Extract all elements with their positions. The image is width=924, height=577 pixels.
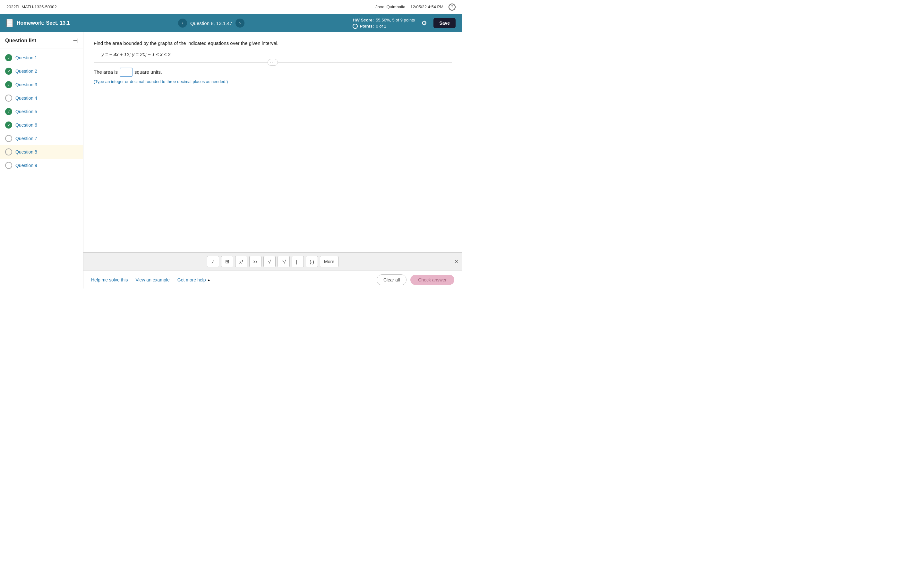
- question-label: Question 8, 13.1.47: [190, 21, 232, 26]
- check-icon: ✓: [5, 121, 12, 129]
- superscript-toolbar-button[interactable]: x²: [235, 256, 247, 268]
- check-answer-button[interactable]: Check answer: [410, 275, 454, 285]
- question-label-1: Question 1: [15, 55, 37, 60]
- circle-icon: [5, 162, 12, 169]
- question-label-7: Question 7: [15, 136, 37, 141]
- subscript-toolbar-button[interactable]: x₂: [249, 256, 262, 268]
- parentheses-toolbar-button[interactable]: (·): [306, 256, 318, 268]
- circle-icon: [5, 135, 12, 142]
- caret-icon: ▲: [207, 278, 210, 282]
- get-more-help-link[interactable]: Get more help: [178, 277, 206, 282]
- question-list-item-6[interactable]: ✓Question 6: [0, 118, 83, 132]
- points-label: Points:: [360, 23, 374, 29]
- question-list-item-5[interactable]: ✓Question 5: [0, 105, 83, 118]
- question-instruction: Find the area bounded by the graphs of t…: [94, 40, 452, 47]
- answer-hint: (Type an integer or decimal rounded to t…: [94, 79, 452, 84]
- check-icon: ✓: [5, 108, 12, 115]
- question-equation: y = − 4x + 12; y = 20; − 1 ≤ x ≤ 2: [102, 52, 452, 57]
- close-toolbar-button[interactable]: ×: [455, 258, 458, 265]
- save-button[interactable]: Save: [433, 18, 456, 28]
- question-label-6: Question 6: [15, 122, 37, 127]
- help-me-solve-link[interactable]: Help me solve this: [91, 277, 128, 282]
- section-label: Sect. 13.1: [46, 20, 70, 26]
- question-label-8: Question 8: [15, 149, 37, 155]
- question-label-5: Question 5: [15, 109, 37, 114]
- hw-score-row: HW Score: 55.56%, 5 of 9 points: [352, 17, 415, 23]
- clear-all-button[interactable]: Clear all: [376, 274, 407, 285]
- divider-dots: · · ·: [268, 59, 278, 66]
- settings-button[interactable]: ⚙: [421, 19, 427, 27]
- question-list-item-3[interactable]: ✓Question 3: [0, 78, 83, 91]
- circle-icon: [5, 148, 12, 155]
- nth-root-toolbar-button[interactable]: ⁿ√: [278, 256, 290, 268]
- question-list-item-8[interactable]: Question 8: [0, 145, 83, 159]
- question-label-2: Question 2: [15, 69, 37, 74]
- question-label-3: Question 3: [15, 82, 37, 87]
- points-row: Points: 0 of 1: [352, 23, 415, 29]
- circle-icon: [5, 95, 12, 102]
- header-nav: ☰ Homework: Sect. 13.1 ‹ Question 8, 13.…: [0, 14, 462, 32]
- question-list-item-1[interactable]: ✓Question 1: [0, 51, 83, 64]
- username: Jhoel Quimbaila: [375, 5, 405, 9]
- header-left: ☰ Homework: Sect. 13.1: [6, 19, 69, 27]
- top-bar: 2022FL MATH-1325-50002 Jhoel Quimbaila 1…: [0, 0, 462, 14]
- view-example-link[interactable]: View an example: [136, 277, 170, 282]
- check-icon: ✓: [5, 81, 12, 88]
- prev-question-button[interactable]: ‹: [178, 19, 187, 27]
- fraction-toolbar-button[interactable]: ⁄: [207, 256, 219, 268]
- bottom-left: Help me solve this View an example Get m…: [91, 277, 210, 282]
- bottom-right: Clear all Check answer: [376, 274, 454, 285]
- content-area: Find the area bounded by the graphs of t…: [83, 32, 462, 288]
- sidebar-header: Question list ⊣: [0, 32, 83, 48]
- question-label-4: Question 4: [15, 95, 37, 101]
- sidebar-title: Question list: [5, 38, 36, 44]
- hw-score-value: 55.56%, 5 of 9 points: [376, 17, 415, 23]
- answer-row: The area is square units.: [94, 68, 452, 77]
- top-bar-right: Jhoel Quimbaila 12/05/22 4:54 PM ?: [375, 3, 456, 11]
- answer-suffix: square units.: [134, 69, 162, 75]
- question-label-9: Question 9: [15, 163, 37, 168]
- get-more-help: Get more help ▲: [178, 277, 211, 282]
- datetime: 12/05/22 4:54 PM: [410, 5, 443, 9]
- bottom-bar: Help me solve this View an example Get m…: [83, 271, 462, 288]
- check-icon: ✓: [5, 68, 12, 75]
- score-info: HW Score: 55.56%, 5 of 9 points Points: …: [352, 17, 415, 29]
- points-circle-icon: [352, 24, 358, 29]
- question-list-item-2[interactable]: ✓Question 2: [0, 64, 83, 78]
- question-list-item-7[interactable]: Question 7: [0, 132, 83, 145]
- sidebar: Question list ⊣ ✓Question 1✓Question 2✓Q…: [0, 32, 83, 288]
- homework-title: Homework: Sect. 13.1: [17, 20, 69, 26]
- math-toolbar: ⁄⊞x²x₂√ⁿ√| |(·)More×: [83, 252, 462, 271]
- answer-input[interactable]: [120, 68, 132, 77]
- check-icon: ✓: [5, 54, 12, 61]
- next-question-button[interactable]: ›: [236, 19, 244, 27]
- question-list-item-4[interactable]: Question 4: [0, 91, 83, 105]
- main-layout: Question list ⊣ ✓Question 1✓Question 2✓Q…: [0, 32, 462, 288]
- mixed-number-toolbar-button[interactable]: ⊞: [221, 256, 233, 268]
- question-content: Find the area bounded by the graphs of t…: [83, 32, 462, 252]
- answer-prefix: The area is: [94, 69, 118, 75]
- header-right: HW Score: 55.56%, 5 of 9 points Points: …: [352, 17, 456, 29]
- header-center: ‹ Question 8, 13.1.47 ›: [178, 19, 244, 27]
- collapse-sidebar-button[interactable]: ⊣: [73, 37, 78, 44]
- sqrt-toolbar-button[interactable]: √: [263, 256, 276, 268]
- absolute-value-toolbar-button[interactable]: | |: [292, 256, 304, 268]
- question-list-item-9[interactable]: Question 9: [0, 159, 83, 172]
- question-list: ✓Question 1✓Question 2✓Question 3Questio…: [0, 48, 83, 288]
- help-icon[interactable]: ?: [449, 3, 456, 11]
- hamburger-menu[interactable]: ☰: [6, 19, 13, 27]
- points-value: 0 of 1: [376, 23, 386, 29]
- course-id: 2022FL MATH-1325-50002: [6, 5, 57, 9]
- homework-label: Homework:: [17, 20, 45, 26]
- more-toolbar-button[interactable]: More: [320, 256, 338, 268]
- hw-score-label: HW Score:: [352, 17, 374, 23]
